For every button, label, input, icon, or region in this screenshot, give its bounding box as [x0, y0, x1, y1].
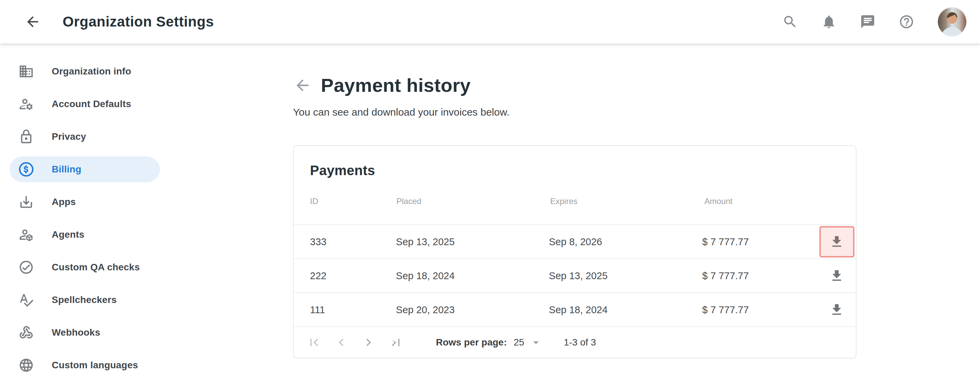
sidebar-item-label: Privacy: [52, 131, 86, 142]
sidebar-item-billing[interactable]: Billing: [10, 157, 160, 182]
lock-icon: [18, 129, 34, 144]
download-invoice-button[interactable]: [819, 260, 854, 291]
spellcheck-icon: [18, 292, 34, 308]
help-icon: [899, 14, 914, 30]
sidebar-item-organization-info[interactable]: Organization info: [10, 59, 160, 84]
table-row: 111 Sep 20, 2023 Sep 18, 2024 $ 7 777.77: [294, 293, 856, 327]
sidebar-item-label: Spellcheckers: [52, 295, 117, 306]
rows-per-page-value: 25: [514, 337, 524, 348]
rows-per-page-label: Rows per page:: [436, 337, 507, 348]
first-page-button[interactable]: [306, 334, 322, 351]
cell-amount: $ 7 777.77: [702, 304, 819, 315]
cell-expires: Sep 8, 2026: [549, 236, 702, 247]
main-content: Payment history You can see and download…: [293, 44, 858, 388]
notifications-bell-icon: [821, 14, 837, 30]
search-button[interactable]: [776, 8, 804, 35]
chat-icon: [860, 14, 875, 30]
app-title: Organization Settings: [63, 14, 214, 30]
sidebar-item-label: Custom QA checks: [52, 262, 140, 273]
cell-id: 111: [310, 304, 396, 315]
column-header-id: ID: [310, 196, 396, 206]
global-back-button[interactable]: [22, 11, 43, 33]
sidebar-item-label: Billing: [52, 164, 81, 175]
page-header: Payment history: [293, 74, 858, 96]
download-tray-icon: [18, 194, 34, 210]
cell-placed: Sep 13, 2025: [396, 236, 549, 247]
globe-icon: [18, 357, 34, 373]
card-title: Payments: [294, 146, 856, 178]
person-cube-icon: [18, 227, 34, 242]
download-invoice-button[interactable]: [819, 294, 854, 325]
sidebar-item-label: Webhooks: [52, 327, 100, 338]
next-page-button[interactable]: [360, 334, 377, 351]
sidebar-item-account-defaults[interactable]: Account Defaults: [10, 91, 160, 117]
back-arrow-icon: [24, 14, 41, 30]
column-header-placed: Placed: [396, 196, 550, 206]
page-subtitle: You can see and download your invoices b…: [293, 106, 858, 118]
help-button[interactable]: [893, 8, 920, 35]
table-row: 333 Sep 13, 2025 Sep 8, 2026 $ 7 777.77: [294, 225, 856, 259]
page-body: Organization info Account Defaults Priva…: [0, 44, 980, 388]
page-back-button[interactable]: [293, 76, 312, 95]
building-icon: [18, 63, 34, 79]
check-circle-icon: [18, 260, 34, 275]
cell-placed: Sep 20, 2023: [396, 304, 549, 315]
download-icon: [829, 268, 844, 283]
sidebar-item-spellcheckers[interactable]: Spellcheckers: [10, 287, 160, 313]
sidebar-item-label: Apps: [52, 196, 76, 207]
avatar-photo: [938, 8, 966, 36]
rows-per-page-select[interactable]: 25: [514, 336, 542, 349]
sidebar-item-label: Account Defaults: [52, 99, 131, 109]
sidebar-item-privacy[interactable]: Privacy: [10, 124, 160, 150]
sidebar-item-apps[interactable]: Apps: [10, 189, 160, 215]
chevron-down-icon: [529, 336, 543, 349]
user-avatar[interactable]: [938, 8, 966, 36]
cell-expires: Sep 18, 2024: [549, 304, 702, 315]
webhook-icon: [18, 325, 34, 340]
sidebar-item-label: Agents: [52, 229, 84, 240]
settings-sidebar: Organization info Account Defaults Priva…: [0, 44, 163, 388]
cell-amount: $ 7 777.77: [702, 236, 819, 247]
topbar-actions: [776, 8, 966, 36]
back-arrow-icon: [294, 76, 311, 94]
notifications-button[interactable]: [815, 8, 843, 35]
sidebar-item-agents[interactable]: Agents: [10, 222, 160, 247]
sidebar-item-label: Custom languages: [52, 360, 138, 371]
sidebar-item-label: Organization info: [52, 66, 131, 77]
download-invoice-button-highlighted[interactable]: [819, 226, 854, 257]
table-row: 222 Sep 18, 2024 Sep 13, 2025 $ 7 777.77: [294, 259, 856, 293]
column-header-amount: Amount: [705, 196, 822, 206]
download-icon: [829, 234, 844, 249]
cell-amount: $ 7 777.77: [702, 270, 819, 282]
download-icon: [829, 302, 844, 317]
last-page-button[interactable]: [388, 334, 404, 351]
top-app-bar: Organization Settings: [0, 0, 980, 44]
table-header-row: ID Placed Expires Amount: [294, 178, 856, 225]
cell-id: 333: [310, 236, 396, 247]
last-page-icon: [388, 335, 403, 350]
messages-button[interactable]: [854, 8, 881, 35]
cell-expires: Sep 13, 2025: [549, 270, 702, 282]
chevron-right-icon: [361, 335, 376, 350]
first-page-icon: [307, 335, 321, 350]
chevron-left-icon: [334, 335, 349, 350]
person-gear-icon: [18, 96, 34, 112]
dollar-circle-icon: [18, 162, 34, 177]
table-pagination: Rows per page: 25 1-3 of 3: [294, 327, 856, 358]
pagination-range: 1-3 of 3: [564, 337, 596, 348]
previous-page-button[interactable]: [333, 334, 350, 351]
sidebar-item-custom-qa-checks[interactable]: Custom QA checks: [10, 254, 160, 280]
sidebar-item-custom-languages[interactable]: Custom languages: [10, 352, 160, 378]
payments-card: Payments ID Placed Expires Amount 333 Se…: [293, 145, 856, 358]
search-icon: [782, 14, 798, 30]
column-header-expires: Expires: [550, 196, 705, 206]
sidebar-item-webhooks[interactable]: Webhooks: [10, 320, 160, 345]
page-title: Payment history: [321, 74, 471, 96]
cell-id: 222: [310, 270, 396, 282]
cell-placed: Sep 18, 2024: [396, 270, 549, 282]
